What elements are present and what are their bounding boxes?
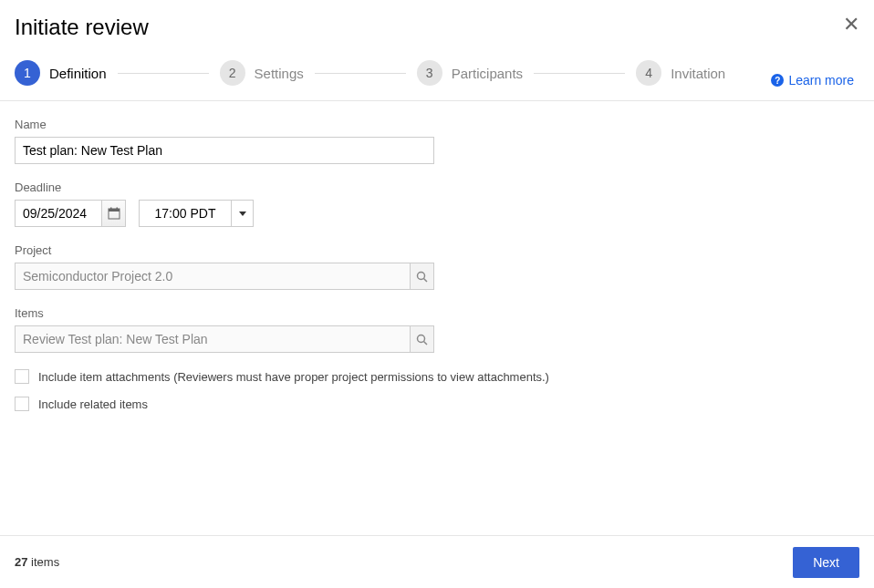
items-search[interactable]: [15, 325, 434, 353]
date-input[interactable]: [16, 201, 101, 226]
svg-rect-3: [116, 208, 118, 211]
search-icon: [416, 334, 428, 346]
calendar-icon: [108, 207, 120, 220]
step-connector: [118, 73, 209, 74]
next-button[interactable]: Next: [793, 547, 859, 578]
search-icon: [416, 271, 428, 283]
step-connector: [315, 73, 406, 74]
name-label: Name: [15, 118, 859, 131]
step-connector: [534, 73, 625, 74]
include-attachments-label: Include item attachments (Reviewers must…: [38, 370, 549, 384]
step-number-1: 1: [15, 60, 40, 86]
calendar-button[interactable]: [101, 201, 125, 226]
close-icon: ✕: [843, 13, 859, 36]
step-label-invitation: Invitation: [671, 66, 725, 81]
project-input[interactable]: [16, 263, 410, 289]
step-number-2: 2: [220, 60, 245, 86]
project-search[interactable]: [15, 263, 434, 290]
time-input[interactable]: [140, 201, 231, 226]
step-label-settings: Settings: [255, 66, 304, 81]
svg-line-5: [424, 278, 428, 282]
learn-more-link[interactable]: ? Learn more: [771, 73, 854, 88]
chevron-down-icon: [239, 211, 246, 216]
close-button[interactable]: ✕: [843, 15, 859, 35]
date-picker[interactable]: [15, 200, 126, 227]
svg-point-4: [418, 272, 425, 279]
time-dropdown-button[interactable]: [231, 201, 253, 226]
step-invitation[interactable]: 4 Invitation: [636, 60, 725, 86]
step-participants[interactable]: 3 Participants: [417, 60, 523, 86]
items-label: Items: [15, 306, 859, 320]
svg-point-6: [418, 335, 425, 342]
page-title: Initiate review: [15, 15, 149, 40]
deadline-label: Deadline: [15, 181, 859, 194]
svg-line-7: [424, 341, 428, 345]
svg-rect-2: [110, 208, 112, 211]
step-label-participants: Participants: [452, 66, 523, 81]
help-icon: ?: [771, 74, 784, 87]
step-number-4: 4: [636, 60, 661, 86]
learn-more-text: Learn more: [788, 73, 854, 88]
svg-rect-1: [109, 209, 120, 211]
wizard-stepper: 1 Definition 2 Settings 3 Participants 4…: [0, 47, 874, 100]
name-input[interactable]: [15, 137, 434, 164]
items-count-number: 27: [15, 555, 27, 569]
project-label: Project: [15, 243, 859, 257]
items-search-button[interactable]: [410, 326, 433, 352]
step-settings[interactable]: 2 Settings: [220, 60, 304, 86]
include-related-checkbox[interactable]: [15, 397, 29, 411]
step-number-3: 3: [417, 60, 442, 86]
include-related-label: Include related items: [38, 397, 148, 411]
items-count: 27 items: [15, 555, 59, 569]
step-definition[interactable]: 1 Definition: [15, 60, 107, 86]
project-search-button[interactable]: [410, 263, 433, 289]
include-attachments-checkbox[interactable]: [15, 369, 29, 384]
items-count-suffix: items: [27, 555, 59, 569]
step-label-definition: Definition: [49, 66, 107, 81]
items-input[interactable]: [16, 326, 410, 352]
time-picker[interactable]: [139, 200, 254, 227]
